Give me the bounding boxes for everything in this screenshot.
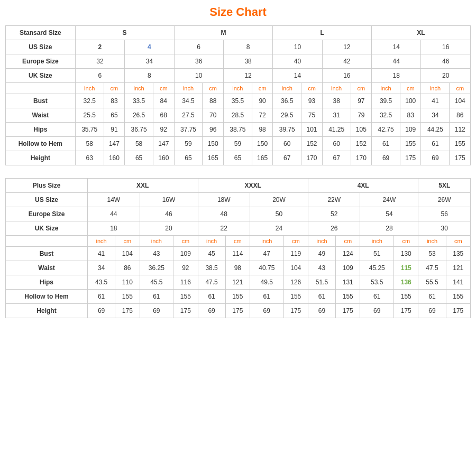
hollow-10: 60 [322,137,351,151]
hollow-7: 150 [252,137,272,151]
hips-11: 105 [351,123,371,137]
waist-5: 70 [203,108,223,123]
uk-m2: 12 [223,69,272,83]
bust-1: 83 [104,94,124,108]
plus-hollow-6: 61 [250,290,284,304]
plus-height-2: 69 [140,304,173,318]
l-header: L [273,26,372,40]
standard-size-table-wrapper: Stansard Size S M L XL US Size 2 4 6 8 1… [5,25,471,165]
waist-14: 34 [421,108,450,123]
plus-uk-4: 26 [308,221,360,236]
unit-3: cm [153,83,174,94]
uk-xl2: 20 [421,69,471,83]
plus-unit-10: inch [360,236,394,247]
standard-size-table: Stansard Size S M L XL US Size 2 4 6 8 1… [5,25,471,165]
plus-hips-10: 53.5 [360,275,394,290]
plus-hollow-2: 61 [140,290,173,304]
hollow-15: 155 [450,137,471,151]
plus-bust-8: 49 [308,247,335,261]
hips-4: 37.75 [174,123,203,137]
plus-hollow-8: 61 [308,290,335,304]
hips-label: Hips [6,123,76,137]
plus-bust-6: 47 [250,247,284,261]
height-5: 165 [203,151,223,165]
plus-unit-3: cm [173,236,198,247]
plus-eu-4: 52 [308,207,360,221]
height-6: 65 [223,151,252,165]
xxxl-header: XXXL [198,179,308,193]
m-header: M [174,26,273,40]
waist-6: 28.5 [223,108,252,123]
plus-hips-4: 47.5 [198,275,225,290]
plus-bust-5: 114 [225,247,250,261]
bust-15: 104 [450,94,471,108]
plus-unit-blank [6,236,88,247]
plus-us-1: 16W [140,193,198,207]
plus-hollow-1: 155 [115,290,140,304]
unit-15: cm [450,83,471,94]
height-8: 67 [273,151,301,165]
plus-eu-3: 50 [250,207,308,221]
unit-13: cm [400,83,421,94]
plus-waist-6: 40.75 [250,261,284,275]
unit-10: inch [322,83,351,94]
height-0: 63 [75,151,104,165]
plus-uk-5: 28 [360,221,418,236]
plus-bust-9: 124 [336,247,360,261]
waist-11: 79 [351,108,371,123]
hips-2: 36.75 [125,123,153,137]
plus-hips-5: 121 [225,275,250,290]
hollow-11: 152 [351,137,371,151]
plus-unit-5: cm [225,236,250,247]
plus-waist-1: 86 [115,261,140,275]
waist-1: 65 [104,108,124,123]
plus-hollow-7: 155 [283,290,308,304]
plus-height-12: 69 [418,304,446,318]
bust-label: Bust [6,94,76,108]
uk-l1: 14 [273,69,322,83]
bust-5: 88 [203,94,223,108]
waist-3: 68 [153,108,174,123]
europe-size-label: Europe Size [6,54,76,69]
bust-14: 41 [421,94,450,108]
plus-uk-3: 24 [250,221,308,236]
height-2: 65 [125,151,153,165]
eu-m2: 38 [223,54,272,69]
waist-15: 86 [450,108,471,123]
unit-4: inch [174,83,203,94]
unit-5: cm [203,83,223,94]
plus-bust-label: Bust [6,247,88,261]
plus-us-6: 26W [418,193,471,207]
plus-height-11: 175 [394,304,418,318]
plus-height-8: 69 [308,304,335,318]
plus-uk-2: 22 [198,221,250,236]
plus-waist-11: 115 [394,261,418,275]
plus-europe-size-label: Europe Size [6,207,88,221]
waist-9: 75 [301,108,322,123]
waist-7: 72 [252,108,272,123]
uk-s2: 8 [125,69,174,83]
plus-hollow-5: 155 [225,290,250,304]
plus-eu-2: 48 [198,207,250,221]
plus-hollow-10: 61 [360,290,394,304]
hollow-6: 59 [223,137,252,151]
plus-height-4: 69 [198,304,225,318]
plus-height-7: 175 [283,304,308,318]
plus-unit-1: cm [115,236,140,247]
plus-bust-11: 130 [394,247,418,261]
plus-waist-8: 43 [308,261,335,275]
page-title: Size Chart [5,5,471,19]
plus-unit-4: inch [198,236,225,247]
waist-0: 25.5 [75,108,104,123]
bust-12: 39.5 [372,94,400,108]
plus-hips-6: 49.5 [250,275,284,290]
bust-3: 84 [153,94,174,108]
height-10: 67 [322,151,351,165]
hollow-9: 152 [301,137,322,151]
plus-hollow-0: 61 [88,290,115,304]
plus-waist-9: 109 [336,261,360,275]
4xl-header: 4XL [308,179,418,193]
standard-size-label: Stansard Size [6,26,76,40]
plus-size-label: Plus Size [6,179,88,193]
hips-9: 101 [301,123,322,137]
